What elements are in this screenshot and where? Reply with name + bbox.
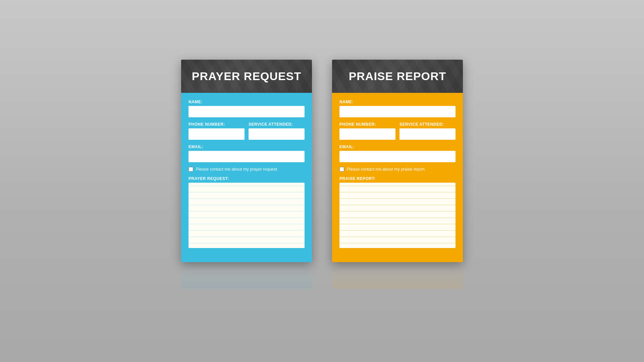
praise-name-label: NAME: (339, 100, 455, 104)
prayer-email-field-group: EMAIL: (189, 144, 305, 162)
praise-phone-service-row: PHONE NUMBER: SERVICE ATTENDED: (339, 122, 455, 140)
prayer-request-header: PRAYER REQUEST (181, 60, 312, 93)
prayer-phone-field-group: PHONE NUMBER: (189, 122, 245, 140)
praise-report-card-wrapper: PRAISE REPORT NAME: PHONE NUMBER: SERVIC… (332, 60, 463, 289)
prayer-request-card-wrapper: PRAYER REQUEST NAME: PHONE NUMBER: SERVI… (181, 60, 312, 289)
praise-phone-label: PHONE NUMBER: (339, 122, 395, 127)
praise-service-input[interactable] (399, 128, 455, 140)
praise-checkbox-label: Please contact me about my praise report… (347, 167, 426, 172)
prayer-name-label: NAME: (189, 100, 305, 104)
praise-report-body: NAME: PHONE NUMBER: SERVICE ATTENDED: (332, 93, 463, 262)
praise-report-header: PRAISE REPORT (332, 60, 463, 93)
praise-contact-checkbox[interactable] (339, 167, 344, 172)
praise-name-input[interactable] (339, 106, 455, 117)
prayer-request-card: PRAYER REQUEST NAME: PHONE NUMBER: SERVI… (181, 60, 312, 262)
praise-report-title: PRAISE REPORT (340, 70, 455, 83)
praise-textarea-label: PRAISE REPORT: (339, 176, 455, 181)
praise-card-reflection (332, 262, 463, 289)
prayer-textarea-group: PRAYER REQUEST: (189, 176, 305, 249)
prayer-service-label: SERVICE ATTENDED: (249, 122, 305, 127)
prayer-name-input[interactable] (189, 106, 305, 117)
prayer-checkbox-label: Please contact me about my prayer reques… (196, 167, 278, 172)
prayer-service-field-group: SERVICE ATTENDED: (249, 122, 305, 140)
prayer-email-input[interactable] (189, 151, 305, 162)
praise-email-input[interactable] (339, 151, 455, 162)
prayer-textarea-label: PRAYER REQUEST: (189, 176, 305, 181)
praise-report-textarea[interactable] (339, 183, 455, 248)
praise-service-field-group: SERVICE ATTENDED: (399, 122, 455, 140)
prayer-phone-input[interactable] (189, 128, 245, 140)
prayer-service-input[interactable] (249, 128, 305, 140)
prayer-email-label: EMAIL: (189, 144, 305, 149)
cards-container: PRAYER REQUEST NAME: PHONE NUMBER: SERVI… (181, 60, 463, 289)
praise-report-card: PRAISE REPORT NAME: PHONE NUMBER: SERVIC… (332, 60, 463, 262)
praise-name-field-group: NAME: (339, 100, 455, 117)
praise-phone-field-group: PHONE NUMBER: (339, 122, 395, 140)
praise-textarea-group: PRAISE REPORT: (339, 176, 455, 249)
praise-email-field-group: EMAIL: (339, 144, 455, 162)
prayer-request-title: PRAYER REQUEST (189, 70, 304, 83)
praise-checkbox-row: Please contact me about my praise report… (339, 167, 455, 172)
prayer-checkbox-row: Please contact me about my prayer reques… (189, 167, 305, 172)
prayer-phone-label: PHONE NUMBER: (189, 122, 245, 127)
praise-email-label: EMAIL: (339, 144, 455, 149)
prayer-phone-service-row: PHONE NUMBER: SERVICE ATTENDED: (189, 122, 305, 140)
prayer-request-textarea[interactable] (189, 183, 305, 248)
prayer-name-field-group: NAME: (189, 100, 305, 117)
prayer-request-body: NAME: PHONE NUMBER: SERVICE ATTENDED: (181, 93, 312, 262)
prayer-contact-checkbox[interactable] (189, 167, 193, 172)
prayer-card-reflection (181, 262, 312, 289)
praise-service-label: SERVICE ATTENDED: (399, 122, 455, 127)
praise-phone-input[interactable] (339, 128, 395, 140)
